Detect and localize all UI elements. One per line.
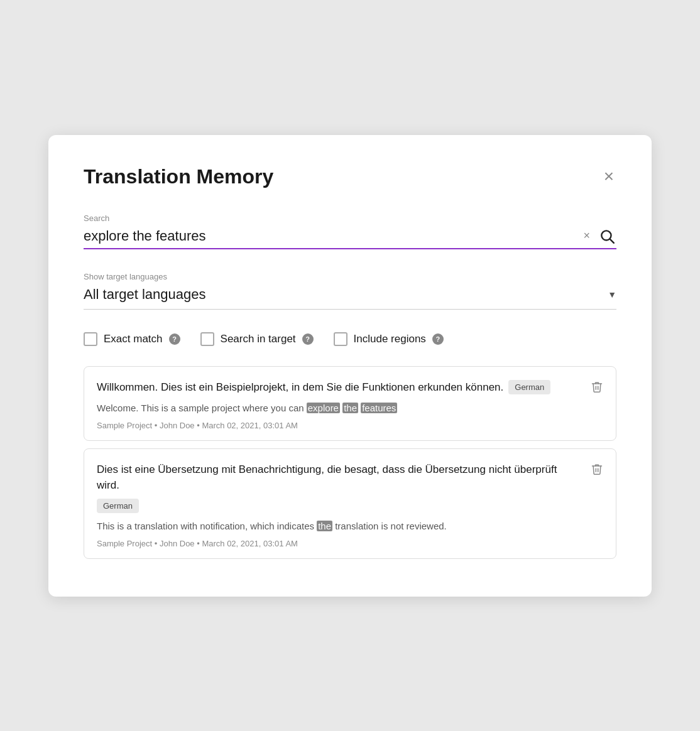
- result-target-1: Welcome. This is a sample project where …: [97, 401, 603, 416]
- search-in-target-label: Search in target: [221, 333, 296, 345]
- result-meta-1: Sample Project • John Doe • March 02, 20…: [97, 421, 603, 430]
- modal-title: Translation Memory: [84, 165, 273, 188]
- result-target-text-part-1: Welcome. This is a sample project where …: [97, 403, 307, 413]
- search-icon: [599, 228, 615, 244]
- search-in-target-filter: Search in target ?: [200, 332, 314, 346]
- search-section: Search ×: [84, 214, 616, 249]
- result-source-text-1: Willkommen. Dies ist ein Beispielprojekt…: [97, 379, 503, 396]
- search-input-wrapper: ×: [84, 228, 616, 249]
- close-icon: ×: [604, 168, 614, 185]
- highlight-features: features: [361, 403, 397, 413]
- chevron-down-icon: ▼: [608, 290, 616, 300]
- result-target-text-part-2a: This is a translation with notification,…: [97, 521, 317, 531]
- clear-search-button[interactable]: ×: [581, 229, 593, 242]
- highlight-the-1: the: [342, 403, 358, 413]
- result-meta-sep-1a: •: [155, 421, 160, 430]
- modal-header: Translation Memory ×: [84, 165, 616, 188]
- result-language-badge-2: German: [97, 499, 139, 514]
- result-card-2: Dies ist eine Übersetzung mit Benachrich…: [84, 448, 616, 559]
- highlight-the-2: the: [317, 521, 332, 531]
- include-regions-label: Include regions: [354, 333, 426, 345]
- highlight-explore: explore: [307, 403, 340, 413]
- result-project-2: Sample Project: [97, 539, 152, 548]
- search-button[interactable]: [598, 228, 616, 244]
- clear-icon: ×: [583, 229, 590, 242]
- trash-icon-2: [591, 463, 603, 475]
- include-regions-checkbox[interactable]: [334, 332, 347, 346]
- exact-match-help-icon[interactable]: ?: [169, 333, 180, 345]
- result-meta-sep-2a: •: [155, 539, 160, 548]
- result-meta-2: Sample Project • John Doe • March 02, 20…: [97, 539, 603, 548]
- search-label: Search: [84, 214, 616, 223]
- result-source-1: Willkommen. Dies ist ein Beispielprojekt…: [97, 379, 603, 396]
- result-target-text-part-2b: translation is not reviewed.: [332, 521, 447, 531]
- result-date-2: March 02, 2021, 03:01 AM: [202, 539, 297, 548]
- language-section: Show target languages All target languag…: [84, 272, 616, 310]
- svg-line-1: [610, 239, 614, 242]
- include-regions-filter: Include regions ?: [334, 332, 444, 346]
- trash-icon-1: [591, 381, 603, 393]
- results-list: Willkommen. Dies ist ein Beispielprojekt…: [84, 366, 616, 559]
- result-author-2: John Doe: [160, 539, 195, 548]
- language-filter-label: Show target languages: [84, 272, 616, 281]
- result-date-1: March 02, 2021, 03:01 AM: [202, 421, 297, 430]
- result-source-2: Dies ist eine Übersetzung mit Benachrich…: [97, 462, 603, 514]
- result-author-1: John Doe: [160, 421, 195, 430]
- result-source-text-2: Dies ist eine Übersetzung mit Benachrich…: [97, 462, 578, 494]
- delete-result-2-button[interactable]: [588, 460, 606, 478]
- result-language-badge-1: German: [508, 380, 550, 395]
- exact-match-filter: Exact match ?: [84, 332, 180, 346]
- result-project-1: Sample Project: [97, 421, 152, 430]
- result-card-1: Willkommen. Dies ist ein Beispielprojekt…: [84, 366, 616, 441]
- exact-match-checkbox[interactable]: [84, 332, 97, 346]
- filters-row: Exact match ? Search in target ? Include…: [84, 332, 616, 346]
- include-regions-help-icon[interactable]: ?: [432, 333, 444, 345]
- exact-match-label: Exact match: [104, 333, 163, 345]
- search-in-target-help-icon[interactable]: ?: [302, 333, 314, 345]
- search-in-target-checkbox[interactable]: [200, 332, 214, 346]
- result-target-2: This is a translation with notification,…: [97, 519, 603, 534]
- close-button[interactable]: ×: [601, 165, 616, 188]
- language-select[interactable]: All target languages ▼: [84, 286, 616, 310]
- language-select-value: All target languages: [84, 286, 205, 303]
- translation-memory-modal: Translation Memory × Search × Show targe…: [48, 135, 652, 597]
- search-input[interactable]: [84, 228, 576, 244]
- delete-result-1-button[interactable]: [588, 378, 606, 396]
